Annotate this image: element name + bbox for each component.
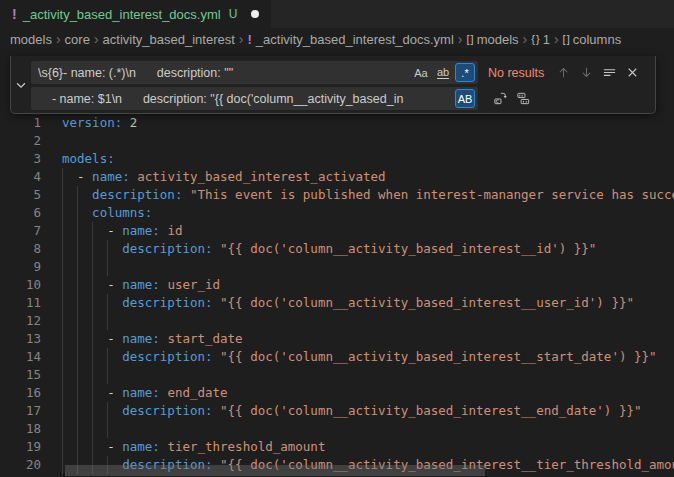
code-token: description: bbox=[92, 187, 182, 202]
line-number[interactable]: 4 bbox=[0, 168, 41, 186]
breadcrumb-item[interactable]: models bbox=[10, 32, 52, 47]
tab-activity-based-interest-docs[interactable]: ! _activity_based_interest_docs.yml U bbox=[0, 0, 271, 28]
indent-guide bbox=[62, 402, 63, 420]
code-line[interactable]: 19 - name: tier_threshold_amount bbox=[0, 438, 674, 456]
breadcrumb-separator-icon: › bbox=[523, 31, 528, 47]
whole-word-button[interactable]: ab bbox=[433, 63, 453, 82]
unsaved-changes-dot-icon[interactable] bbox=[251, 10, 259, 18]
code-line[interactable]: 16 - name: end_date bbox=[0, 384, 674, 402]
line-number[interactable]: 7 bbox=[0, 222, 41, 240]
breadcrumb-item[interactable]: [ ]columns bbox=[563, 32, 622, 47]
tab-title: _activity_based_interest_docs.yml bbox=[23, 7, 221, 22]
line-number[interactable]: 16 bbox=[0, 384, 41, 402]
replace-all-button[interactable] bbox=[513, 89, 533, 109]
previous-match-button[interactable] bbox=[553, 63, 573, 83]
indent-guide bbox=[62, 186, 63, 204]
line-number[interactable]: 8 bbox=[0, 240, 41, 258]
line-number[interactable]: 6 bbox=[0, 204, 41, 222]
toggle-replace-button[interactable] bbox=[11, 56, 31, 113]
code-line[interactable]: 11 description: "{{ doc('column__activit… bbox=[0, 294, 674, 312]
line-number[interactable]: 5 bbox=[0, 186, 41, 204]
close-find-widget-button[interactable] bbox=[622, 63, 642, 83]
line-number[interactable]: 13 bbox=[0, 330, 41, 348]
indent-guide bbox=[62, 240, 63, 258]
replace-button[interactable] bbox=[490, 89, 510, 109]
replace-value-text: - name: $1\n description: "{{ doc('colum… bbox=[38, 92, 453, 106]
breadcrumb-item[interactable]: core bbox=[65, 32, 90, 47]
code-token: id bbox=[160, 223, 183, 238]
indent-guide bbox=[107, 420, 108, 438]
line-content: description: "{{ doc('column__activity_b… bbox=[62, 348, 674, 366]
code-line[interactable]: 8 description: "{{ doc('column__activity… bbox=[0, 240, 674, 258]
code-line[interactable]: 9 bbox=[0, 258, 674, 276]
code-token: name: bbox=[122, 439, 160, 454]
line-content: description: "{{ doc('column__activity_b… bbox=[62, 294, 674, 312]
code-line[interactable]: 3models: bbox=[0, 150, 674, 168]
code-token: tier_threshold_amount bbox=[160, 439, 326, 454]
horizontal-scrollbar-thumb[interactable] bbox=[65, 465, 485, 476]
symbol-array-icon: [ ] bbox=[467, 33, 473, 45]
replace-input[interactable]: - name: $1\n description: "{{ doc('colum… bbox=[31, 87, 478, 110]
line-content: - name: id bbox=[62, 222, 674, 240]
code-line[interactable]: 5 description: "This event is published … bbox=[0, 186, 674, 204]
yaml-file-icon: ! bbox=[12, 6, 17, 22]
code-line[interactable]: 10 - name: user_id bbox=[0, 276, 674, 294]
breadcrumb: models›core›activity_based_interest›!_ac… bbox=[0, 28, 674, 50]
preserve-case-button[interactable]: AB bbox=[455, 89, 475, 108]
code-line[interactable]: 13 - name: start_date bbox=[0, 330, 674, 348]
code-line[interactable]: 18 bbox=[0, 420, 674, 438]
code-line[interactable]: 4 - name: activity_based_interest_activa… bbox=[0, 168, 674, 186]
indent-guide bbox=[107, 366, 108, 384]
breadcrumb-item[interactable]: !_activity_based_interest_docs.yml bbox=[247, 32, 453, 47]
code-token: name: bbox=[92, 169, 130, 184]
indent-guide bbox=[62, 276, 63, 294]
indent-guide bbox=[107, 294, 108, 312]
code-line[interactable]: 2 bbox=[0, 132, 674, 150]
code-line[interactable]: 6 columns: bbox=[0, 204, 674, 222]
line-number[interactable]: 15 bbox=[0, 366, 41, 384]
line-number[interactable]: 14 bbox=[0, 348, 41, 366]
line-content: description: "{{ doc('column__activity_b… bbox=[62, 240, 674, 258]
indent-guide bbox=[92, 366, 93, 384]
line-number[interactable]: 9 bbox=[0, 258, 41, 276]
editor[interactable]: 1version: 223models:4 - name: activity_b… bbox=[0, 50, 674, 477]
indent-guide bbox=[62, 438, 63, 456]
code-token: name: bbox=[122, 277, 160, 292]
code-token: description: bbox=[122, 349, 212, 364]
indent-guide bbox=[77, 312, 78, 330]
line-number[interactable]: 2 bbox=[0, 132, 41, 150]
close-icon bbox=[625, 65, 640, 80]
line-number[interactable]: 11 bbox=[0, 294, 41, 312]
line-number[interactable]: 20 bbox=[0, 456, 41, 474]
indent-guide bbox=[62, 348, 63, 366]
code-line[interactable]: 15 bbox=[0, 366, 674, 384]
line-number[interactable]: 1 bbox=[0, 114, 41, 132]
code-line[interactable]: 12 bbox=[0, 312, 674, 330]
code-line[interactable]: 17 description: "{{ doc('column__activit… bbox=[0, 402, 674, 420]
find-input[interactable]: \s{6}- name: (.*)\n description: "" Aa a… bbox=[31, 61, 478, 84]
match-case-button[interactable]: Aa bbox=[411, 63, 431, 82]
breadcrumb-item[interactable]: { }1 bbox=[531, 32, 550, 47]
indent-guide bbox=[62, 420, 63, 438]
indent-guide bbox=[107, 312, 108, 330]
next-match-button[interactable] bbox=[576, 63, 596, 83]
indent-guide bbox=[77, 384, 78, 402]
indent-guide bbox=[92, 312, 93, 330]
line-number[interactable]: 12 bbox=[0, 312, 41, 330]
line-number[interactable]: 10 bbox=[0, 276, 41, 294]
breadcrumb-item[interactable]: [ ]models bbox=[467, 32, 519, 47]
line-number[interactable]: 3 bbox=[0, 150, 41, 168]
line-number[interactable]: 19 bbox=[0, 438, 41, 456]
code-line[interactable]: 7 - name: id bbox=[0, 222, 674, 240]
code-line[interactable]: 14 description: "{{ doc('column__activit… bbox=[0, 348, 674, 366]
code-token: "{{ doc('column__activity_based_interest… bbox=[213, 403, 642, 418]
line-content: models: bbox=[62, 150, 674, 168]
line-content: version: 2 bbox=[62, 114, 674, 132]
breadcrumb-item[interactable]: activity_based_interest bbox=[103, 32, 235, 47]
find-in-selection-button[interactable] bbox=[599, 63, 619, 83]
code-line[interactable]: 1version: 2 bbox=[0, 114, 674, 132]
line-number[interactable]: 17 bbox=[0, 402, 41, 420]
line-number[interactable]: 18 bbox=[0, 420, 41, 438]
regex-button[interactable]: .* bbox=[455, 63, 475, 82]
indent-guide bbox=[92, 384, 93, 402]
